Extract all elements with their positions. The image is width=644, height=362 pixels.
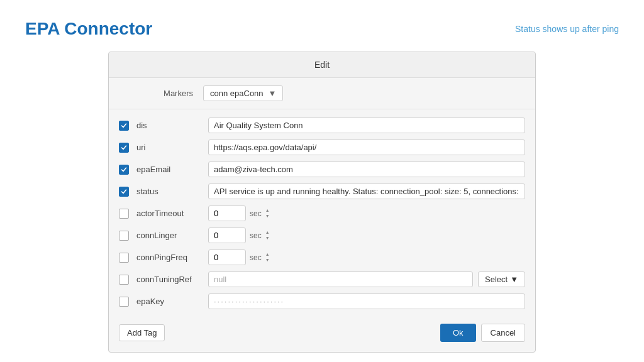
field-name-uri: uri bbox=[134, 143, 203, 152]
connPingFreq-sec-label: sec bbox=[250, 253, 262, 262]
checkbox-uri[interactable] bbox=[119, 143, 129, 153]
markers-label: Markers bbox=[124, 89, 193, 98]
actorTimeout-sec-group: sec ▲ ▼ bbox=[208, 206, 270, 221]
checkbox-status[interactable] bbox=[119, 187, 129, 197]
checkbox-actorTimeout[interactable] bbox=[119, 209, 129, 219]
field-name-status: status bbox=[134, 187, 203, 196]
status-hint: Status shows up after ping bbox=[515, 24, 619, 34]
field-name-connPingFreq: connPingFreq bbox=[134, 253, 203, 262]
checkbox-connTuningRef[interactable] bbox=[119, 275, 129, 285]
select-button-connTuningRef[interactable]: Select ▼ bbox=[478, 272, 525, 287]
chevron-down-icon: ▼ bbox=[269, 89, 277, 98]
field-name-epaKey: epaKey bbox=[134, 297, 203, 306]
field-input-dis[interactable] bbox=[208, 118, 525, 133]
field-row-actorTimeout: actorTimeout sec ▲ ▼ bbox=[109, 202, 535, 224]
connLinger-spinner[interactable]: ▲ ▼ bbox=[265, 230, 270, 241]
markers-value: conn epaConn bbox=[210, 89, 264, 98]
ok-button[interactable]: Ok bbox=[440, 324, 476, 342]
chevron-down-icon: ▼ bbox=[510, 275, 518, 284]
field-name-connLinger: connLinger bbox=[134, 231, 203, 240]
markers-row: Markers conn epaConn ▼ bbox=[109, 78, 535, 109]
field-input-connPingFreq[interactable] bbox=[208, 250, 246, 265]
select-label: Select bbox=[485, 275, 508, 284]
checkbox-epaEmail[interactable] bbox=[119, 165, 129, 175]
field-row-connPingFreq: connPingFreq sec ▲ ▼ bbox=[109, 246, 535, 268]
footer-right-buttons: Ok Cancel bbox=[440, 324, 525, 342]
checkbox-connPingFreq[interactable] bbox=[119, 253, 129, 263]
actorTimeout-spinner[interactable]: ▲ ▼ bbox=[265, 208, 270, 219]
field-input-epaKey[interactable] bbox=[208, 293, 525, 309]
field-input-epaEmail[interactable] bbox=[208, 162, 525, 177]
field-input-status[interactable] bbox=[208, 184, 525, 199]
actorTimeout-sec-label: sec bbox=[250, 209, 262, 218]
field-row-epaEmail: epaEmail bbox=[109, 158, 535, 180]
field-row-epaKey: epaKey bbox=[109, 290, 535, 312]
connPingFreq-sec-group: sec ▲ ▼ bbox=[208, 250, 270, 265]
fields-container: dis uri epaEmail bbox=[109, 109, 535, 317]
field-row-dis: dis bbox=[109, 114, 535, 136]
field-row-connTuningRef: connTuningRef Select ▼ bbox=[109, 268, 535, 290]
field-name-actorTimeout: actorTimeout bbox=[134, 209, 203, 218]
header: EPA Connector Status shows up after ping bbox=[25, 19, 619, 39]
add-tag-button[interactable]: Add Tag bbox=[119, 324, 165, 341]
cancel-button[interactable]: Cancel bbox=[481, 324, 525, 342]
field-input-uri[interactable] bbox=[208, 140, 525, 155]
dialog-footer: Add Tag Ok Cancel bbox=[109, 317, 535, 342]
connPingFreq-spinner[interactable]: ▲ ▼ bbox=[265, 252, 270, 263]
markers-select[interactable]: conn epaConn ▼ bbox=[203, 85, 283, 101]
connLinger-sec-label: sec bbox=[250, 231, 262, 240]
field-name-epaEmail: epaEmail bbox=[134, 165, 203, 174]
connTuningRef-group: Select ▼ bbox=[208, 272, 525, 287]
connLinger-sec-group: sec ▲ ▼ bbox=[208, 228, 270, 243]
field-input-actorTimeout[interactable] bbox=[208, 206, 246, 221]
field-row-connLinger: connLinger sec ▲ ▼ bbox=[109, 224, 535, 246]
field-name-connTuningRef: connTuningRef bbox=[134, 275, 203, 284]
field-input-connLinger[interactable] bbox=[208, 228, 246, 243]
checkbox-epaKey[interactable] bbox=[119, 297, 129, 307]
field-input-connTuningRef[interactable] bbox=[208, 272, 473, 287]
field-row-uri: uri bbox=[109, 136, 535, 158]
field-name-dis: dis bbox=[134, 121, 203, 130]
field-row-status: status bbox=[109, 180, 535, 202]
checkbox-connLinger[interactable] bbox=[119, 231, 129, 241]
dialog-title: Edit bbox=[109, 52, 535, 78]
checkbox-dis[interactable] bbox=[119, 121, 129, 131]
page-title: EPA Connector bbox=[25, 19, 152, 39]
edit-dialog: Edit Markers conn epaConn ▼ dis bbox=[108, 52, 536, 353]
page: EPA Connector Status shows up after ping… bbox=[0, 0, 644, 362]
